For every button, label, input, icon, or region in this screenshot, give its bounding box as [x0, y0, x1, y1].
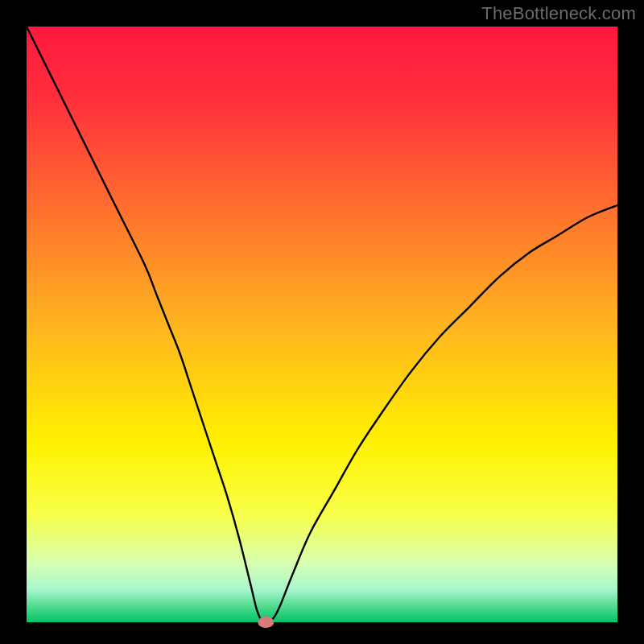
watermark-text: TheBottleneck.com [481, 3, 636, 24]
bottleneck-chart [0, 0, 644, 644]
trough-marker [258, 617, 274, 628]
plot-area [27, 27, 617, 622]
chart-container: TheBottleneck.com [0, 0, 644, 644]
